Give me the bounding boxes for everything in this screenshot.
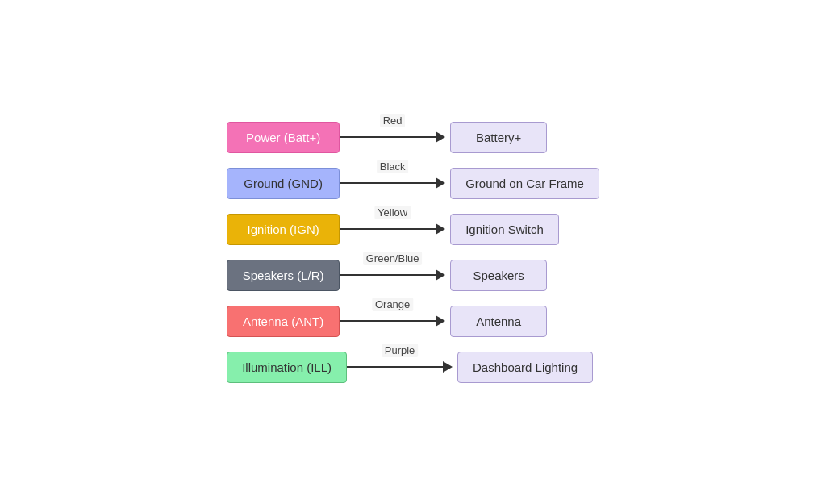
- connector-ground: Black: [340, 177, 445, 189]
- connector-ignition: Yellow: [340, 223, 445, 235]
- row-speakers: Speakers (L/R)Green/BlueSpeakers: [227, 260, 547, 291]
- connector-speakers: Green/Blue: [340, 269, 445, 281]
- row-antenna: Antenna (ANT)OrangeAntenna: [227, 306, 547, 337]
- row-ground: Ground (GND)BlackGround on Car Frame: [227, 168, 599, 199]
- wire-label-speakers: Green/Blue: [363, 252, 423, 265]
- wire-label-antenna: Orange: [372, 298, 413, 311]
- wiring-diagram: Power (Batt+)RedBattery+Ground (GND)Blac…: [194, 106, 632, 399]
- wire-label-power: Red: [380, 114, 406, 127]
- row-illumination: Illumination (ILL)PurpleDashboard Lighti…: [227, 352, 593, 383]
- arrow-antenna: [436, 315, 445, 327]
- connector-power: Red: [340, 131, 445, 143]
- source-box-speakers: Speakers (L/R): [227, 260, 340, 291]
- row-ignition: Ignition (IGN)YellowIgnition Switch: [227, 214, 559, 245]
- connector-illumination: Purple: [347, 361, 453, 373]
- dest-box-power: Battery+: [450, 122, 547, 153]
- source-box-power: Power (Batt+): [227, 122, 340, 153]
- source-box-ignition: Ignition (IGN): [227, 214, 340, 245]
- source-box-antenna: Antenna (ANT): [227, 306, 340, 337]
- dest-box-speakers: Speakers: [450, 260, 547, 291]
- connector-antenna: Orange: [340, 315, 445, 327]
- dest-box-ignition: Ignition Switch: [450, 214, 559, 245]
- arrow-illumination: [443, 361, 453, 373]
- wire-label-ground: Black: [377, 160, 409, 173]
- arrow-ignition: [436, 223, 445, 235]
- arrow-ground: [436, 177, 445, 189]
- dest-box-ground: Ground on Car Frame: [450, 168, 599, 199]
- dest-box-antenna: Antenna: [450, 306, 547, 337]
- row-power: Power (Batt+)RedBattery+: [227, 122, 547, 153]
- dest-box-illumination: Dashboard Lighting: [457, 352, 593, 383]
- wire-label-ignition: Yellow: [374, 206, 411, 219]
- source-box-illumination: Illumination (ILL): [227, 352, 347, 383]
- source-box-ground: Ground (GND): [227, 168, 340, 199]
- wire-label-illumination: Purple: [382, 344, 419, 357]
- arrow-speakers: [436, 269, 445, 281]
- arrow-power: [436, 131, 445, 143]
